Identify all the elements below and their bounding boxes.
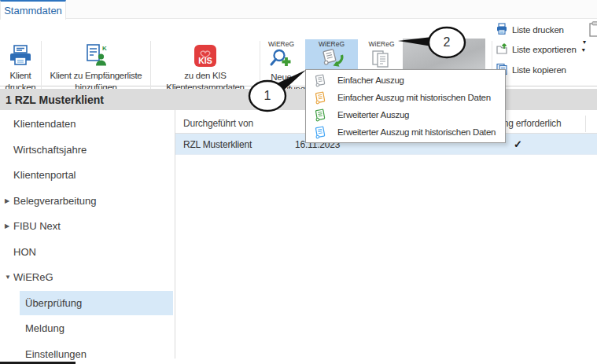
menu-item-einfacher-auszug-historisch[interactable]: Einfacher Auszug mit historischen Daten [306,89,505,106]
column-header-durchgefuehrt-von[interactable]: Durchgeführt von [183,116,253,131]
liste-drucken-label: Liste drucken [512,25,564,35]
tab-stammdaten-label: Stammdaten [4,5,62,17]
documents-icon [359,49,404,69]
extract-arrow-icon [305,49,358,69]
dropdown-arrow-icon: ▾ [582,46,585,53]
print-list-icon [496,23,508,37]
wiereg-tag-label: WiEReG [359,39,404,49]
sidebar-item-wirtschaftsjahre[interactable]: Wirtschaftsjahre [0,138,175,162]
magnifier-plus-icon [258,49,304,69]
client-recipient-list-icon: K [42,39,149,68]
partial-dropdown-arrow-icon[interactable]: ▾ [583,39,586,46]
menu-item-erweiterter-auszug[interactable]: Erweiterter Auszug [306,106,505,123]
tab-stammdaten[interactable]: Stammdaten [0,0,66,20]
printer-icon [1,39,40,68]
sidebar-item-ueberpruefung[interactable]: Überprüfung [0,291,175,315]
chevron-right-icon[interactable]: ▶ [5,197,9,204]
extract-document-icon [313,108,326,122]
client-title: 1 RZL Musterklient [6,94,104,106]
extract-document-icon [313,74,326,87]
wiereg-tag-label: WiEReG [305,39,358,49]
liste-kopieren-button[interactable]: Liste kopieren [496,61,566,79]
sidebar-item-meldung[interactable]: Meldung [0,316,175,340]
sidebar-item-hon[interactable]: HON [0,240,175,264]
sidebar-item-einstellungen[interactable]: Einstellungen [0,342,175,364]
export-list-icon [496,42,508,57]
menu-item-erweiterter-auszug-historisch[interactable]: Erweiterter Auszug mit historischen Date… [306,123,505,141]
sidebar-item-klientendaten[interactable]: Klientendaten [0,112,175,136]
ribbon-tab-strip: Stammdaten [0,0,597,19]
sidebar-item-klientenportal[interactable]: Klientenportal [0,163,175,187]
cell-durchgefuehrt-von: RZL Musterklient [183,134,252,155]
liste-exportieren-label: Liste exportieren [512,45,577,54]
ribbon: Klient drucken K Klient zu Empfängerlist… [0,19,597,86]
kis-icon: KIS [152,39,259,68]
svg-text:K: K [102,45,107,52]
sidebar-item-fibu-next[interactable]: ▶ FIBU Next [0,214,175,238]
sidebar: Klientendaten Wirtschaftsjahre Klientenp… [0,110,175,364]
chevron-right-icon[interactable]: ▶ [5,222,9,230]
wiereg-tag-label: WiEReG [258,39,304,49]
liste-exportieren-button[interactable]: Liste exportieren ▾ [496,41,584,58]
sidebar-item-wiereg[interactable]: ▼ WiEReG [0,265,175,289]
chevron-down-icon[interactable]: ▼ [5,274,11,281]
app-window: Stammdaten Klient drucken [0,0,597,364]
extract-document-icon [313,126,326,139]
checkmark-icon: ✓ [514,134,522,155]
clipboard-partial-icon[interactable] [589,21,597,40]
liste-kopieren-label: Liste kopieren [512,65,566,75]
menu-item-einfacher-auszug[interactable]: Einfacher Auszug [306,72,505,89]
auszug-anfordern-menu: Einfacher Auszug Einfacher Auszug mit hi… [305,69,506,143]
sidebar-item-belegverarbeitung[interactable]: ▶ Belegverarbeitung [0,189,175,213]
kis-icon-text: KIS [198,56,212,65]
liste-drucken-button[interactable]: Liste drucken [496,21,564,39]
column-divider [585,116,586,132]
extract-document-icon [313,91,326,105]
client-title-bar: 1 RZL Musterklient [0,89,597,110]
